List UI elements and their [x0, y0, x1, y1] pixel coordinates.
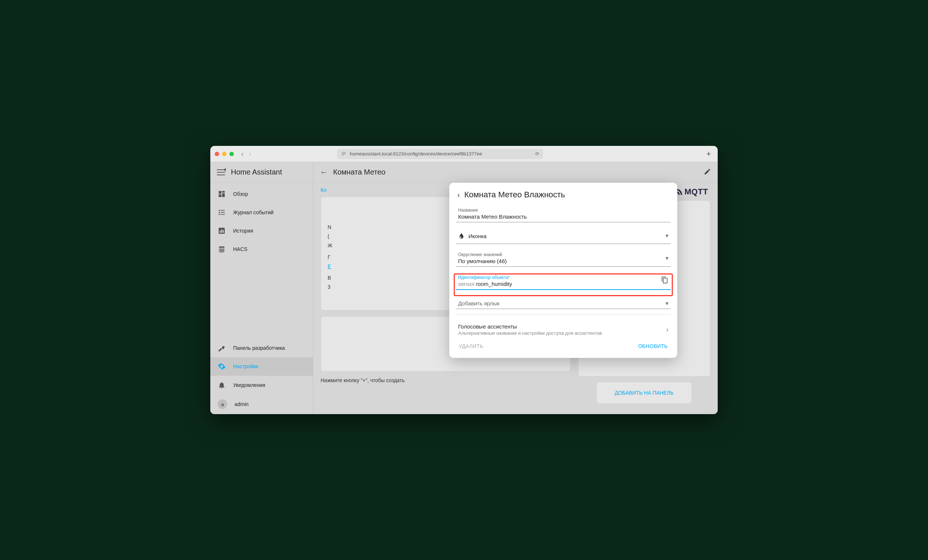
sidebar-item-label: История [233, 228, 253, 234]
modal-title: Комната Метео Влажность [464, 190, 565, 199]
url-text: homeassistant.local:8123/config/devices/… [350, 151, 482, 157]
voice-assistants-row[interactable]: Голосовые ассистенты Альтернативные назв… [456, 318, 671, 339]
forward-nav-button[interactable]: › [249, 149, 252, 158]
svg-rect-16 [223, 230, 224, 233]
sidebar-item-history[interactable]: История [210, 222, 313, 240]
minimize-window-button[interactable] [222, 152, 226, 156]
delete-button[interactable]: УДАЛИТЬ [457, 341, 485, 351]
svg-rect-8 [221, 210, 224, 211]
update-button[interactable]: ОБНОВИТЬ [636, 341, 669, 351]
sidebar-item-label: admin [235, 401, 249, 407]
svg-rect-15 [221, 229, 223, 233]
sidebar-item-label: Уведомления [233, 382, 266, 388]
entity-id-label: Идентификатор объекта* [458, 275, 658, 280]
icon-field[interactable]: Иконка ▾ [456, 227, 671, 244]
sidebar-header: Home Assistant [210, 162, 313, 183]
sidebar-item-notifications[interactable]: Уведомления [210, 376, 313, 394]
main-header: ← Комната Метео [313, 162, 718, 183]
sidebar-item-hacs[interactable]: HACS HACS [210, 240, 313, 258]
add-to-dashboard-button[interactable]: ДОБАВИТЬ НА ПАНЕЛЬ [610, 386, 679, 399]
chart-icon [218, 227, 226, 235]
maximize-window-button[interactable] [229, 152, 234, 156]
mqtt-logo[interactable]: MQTT [675, 187, 708, 196]
url-bar[interactable]: homeassistant.local:8123/config/devices/… [337, 149, 543, 159]
add-label-field[interactable]: Добавить ярлык ▾ [456, 297, 671, 309]
hint-text: Нажмите кнопку "+", чтобы создать [321, 377, 571, 383]
svg-rect-2 [342, 155, 345, 155]
browser-toolbar: ‹ › homeassistant.local:8123/config/devi… [210, 146, 718, 162]
icon-label: Иконка [469, 233, 487, 239]
divider [456, 314, 671, 315]
name-value: Комната Метео Влажность [458, 213, 669, 220]
svg-rect-3 [219, 191, 221, 194]
chevron-down-icon: ▾ [665, 300, 669, 306]
sidebar-item-label: Обзор [233, 191, 248, 197]
svg-rect-4 [222, 191, 224, 193]
rounding-value: По умолчанию (46) [458, 258, 669, 264]
chevron-down-icon: ▾ [665, 254, 669, 261]
new-tab-button[interactable]: + [704, 149, 713, 159]
pencil-icon [704, 168, 711, 175]
reader-icon [341, 151, 347, 157]
modal-footer: УДАЛИТЬ ОБНОВИТЬ [449, 339, 677, 351]
edit-button[interactable] [704, 168, 711, 177]
copy-icon [661, 276, 669, 284]
page-back-button[interactable]: ← [320, 167, 328, 177]
name-label: Название [458, 208, 669, 213]
sidebar-item-label: Журнал событий [233, 210, 273, 215]
sidebar-item-logbook[interactable]: Журнал событий [210, 203, 313, 222]
hammer-icon [218, 344, 226, 352]
droplet-icon [458, 233, 465, 239]
bell-icon [218, 381, 226, 389]
entity-settings-modal: ‹ Комната Метео Влажность Название Комна… [449, 183, 677, 358]
modal-header: ‹ Комната Метео Влажность [449, 190, 677, 205]
chevron-right-icon: › [666, 326, 669, 334]
entity-id-value: sensor.room_humidity [458, 281, 658, 287]
page-title: Комната Метео [333, 168, 385, 177]
truncated-text: N ( Ж Г E В 3 [328, 223, 333, 292]
gear-icon [218, 362, 226, 370]
traffic-lights [215, 152, 234, 156]
svg-point-11 [219, 214, 220, 215]
svg-rect-12 [221, 214, 224, 215]
svg-rect-1 [342, 153, 346, 154]
voice-subtitle: Альтернативные названия и настройки дост… [458, 330, 602, 336]
rounding-field[interactable]: Округление значений По умолчанию (46) ▾ [456, 249, 671, 267]
browser-window: ‹ › homeassistant.local:8123/config/devi… [210, 146, 718, 414]
svg-rect-0 [342, 152, 346, 152]
svg-point-7 [219, 210, 220, 211]
app: Home Assistant Обзор Журнал событий Исто… [210, 162, 718, 414]
sidebar-item-label: HACS [233, 246, 247, 252]
svg-rect-17 [219, 247, 224, 248]
svg-text:HACS: HACS [220, 251, 224, 253]
reload-button[interactable]: ⟳ [535, 151, 539, 157]
avatar: a [218, 399, 227, 409]
name-field[interactable]: Название Комната Метео Влажность [456, 205, 671, 222]
modal-body: Название Комната Метео Влажность Иконка … [449, 205, 677, 339]
nav-arrows: ‹ › [241, 149, 251, 158]
sidebar-bottom: Уведомления a admin [210, 376, 313, 414]
sidebar-toggle-button[interactable] [217, 169, 225, 175]
sidebar-item-overview[interactable]: Обзор [210, 185, 313, 203]
svg-rect-6 [219, 195, 221, 197]
sidebar-item-settings[interactable]: Настройки [210, 357, 313, 376]
main: ← Комната Метео Ко N ( Ж Г E [313, 162, 718, 414]
close-window-button[interactable] [215, 152, 219, 156]
sidebar-item-label: Панель разработчика [233, 345, 285, 351]
modal-back-button[interactable]: ‹ [457, 191, 460, 199]
hacs-icon: HACS [218, 245, 226, 253]
sidebar-item-label: Настройки [233, 364, 258, 369]
back-nav-button[interactable]: ‹ [241, 149, 244, 158]
entity-id-field[interactable]: Идентификатор объекта* sensor.room_humid… [456, 272, 671, 290]
svg-rect-14 [220, 231, 221, 233]
sidebar-item-user[interactable]: a admin [210, 394, 313, 414]
app-title: Home Assistant [231, 168, 282, 177]
svg-rect-10 [221, 212, 224, 213]
sidebar-item-devtools[interactable]: Панель разработчика [210, 339, 313, 357]
copy-button[interactable] [661, 276, 669, 285]
sidebar: Home Assistant Обзор Журнал событий Исто… [210, 162, 313, 414]
add-label-text: Добавить ярлык [458, 300, 669, 306]
chevron-down-icon: ▾ [665, 232, 669, 239]
svg-rect-5 [222, 193, 224, 197]
rounding-label: Округление значений [458, 252, 669, 257]
